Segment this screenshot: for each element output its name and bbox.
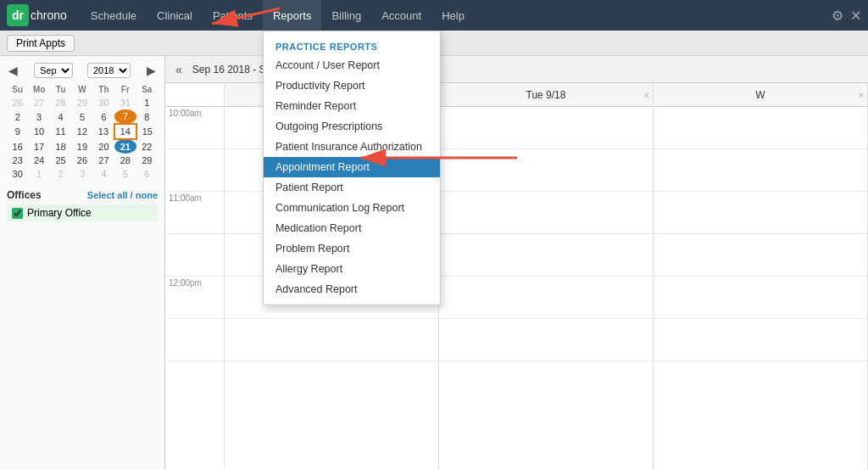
cal-day-2-other[interactable]: 2 [50, 167, 71, 181]
dropdown-item-productivity-report[interactable]: Productivity Report [264, 76, 440, 96]
cal-day-header-th: Th [93, 83, 114, 96]
cal-prev[interactable]: ◀ [7, 64, 19, 77]
cal-day-3-other[interactable]: 3 [71, 167, 92, 181]
cal-day-25[interactable]: 25 [50, 154, 71, 167]
cal-day-header-w: W [71, 83, 92, 96]
cal-day-14[interactable]: 14 [114, 124, 136, 139]
close-icon[interactable]: ✕ [850, 8, 861, 24]
day-cell-2-3 [654, 234, 867, 277]
offices-links[interactable]: Select all / none [87, 190, 158, 200]
cal-day-1-other[interactable]: 1 [28, 167, 49, 181]
cal-day-4[interactable]: 4 [50, 109, 71, 124]
nav-help[interactable]: Help [431, 0, 475, 31]
print-appts-button[interactable]: Print Appts [7, 35, 75, 52]
cal-day-26[interactable]: 26 [71, 154, 92, 167]
cal-day-20[interactable]: 20 [93, 139, 114, 154]
nav-patients[interactable]: Patients [203, 0, 263, 31]
day-cell-1-4 [439, 277, 653, 319]
cal-day-27[interactable]: 27 [93, 154, 114, 167]
cal-main-prev[interactable]: « [175, 63, 182, 76]
offices-header: Offices Select all / none [7, 189, 158, 201]
dropdown-item-medication-report[interactable]: Medication Report [264, 218, 440, 238]
top-nav: dr chrono Schedule Clinical Patients Rep… [0, 0, 868, 31]
cal-day-3[interactable]: 3 [28, 109, 49, 124]
cal-day-26-other[interactable]: 26 [7, 96, 28, 109]
cal-day-1[interactable]: 1 [136, 96, 158, 109]
nav-account[interactable]: Account [371, 0, 431, 31]
cal-day-17[interactable]: 17 [28, 139, 49, 154]
day-col-header-1: Tue 9/18× [439, 83, 653, 107]
calendar-header: ◀ Sep 2018 ▶ [7, 63, 158, 78]
cal-day-5[interactable]: 5 [71, 109, 92, 124]
office-primary-label: Primary Office [27, 207, 92, 219]
cal-day-11[interactable]: 11 [50, 124, 71, 139]
cal-day-15[interactable]: 15 [136, 124, 158, 139]
cal-day-13[interactable]: 13 [93, 124, 114, 139]
day-cell-1-5 [439, 319, 653, 361]
day-cell-2-1 [654, 149, 867, 192]
cal-day-27-other[interactable]: 27 [28, 96, 49, 109]
time-slot-12pm: 12:00pm [165, 277, 224, 319]
day-cell-0-5 [225, 319, 438, 361]
cal-day-header-tu: Tu [50, 83, 71, 96]
dropdown-item-patient-report[interactable]: Patient Report [264, 177, 440, 198]
cal-day-header-su: Su [7, 83, 28, 96]
cal-day-22[interactable]: 22 [136, 139, 158, 154]
cal-day-6-other[interactable]: 6 [136, 167, 158, 181]
dropdown-item-reminder-report[interactable]: Reminder Report [264, 96, 440, 116]
time-slot-11am: 11:00am [165, 192, 224, 234]
office-primary-checkbox[interactable] [12, 208, 23, 219]
cal-day-8[interactable]: 8 [136, 109, 158, 124]
cal-day-30-other[interactable]: 30 [93, 96, 114, 109]
cal-day-2[interactable]: 2 [7, 109, 28, 124]
day-cell-2-0 [654, 107, 867, 149]
cal-day-5-other[interactable]: 5 [114, 167, 136, 181]
nav-reports[interactable]: Reports PRACTICE REPORTS Account / User … [263, 0, 322, 31]
cal-day-header-sa: Sa [136, 83, 158, 96]
day-col-header-2: W× [654, 83, 867, 107]
day-cell-1-1 [439, 149, 653, 192]
reports-dropdown: PRACTICE REPORTS Account / User ReportPr… [263, 31, 441, 305]
cal-day-29-other[interactable]: 29 [71, 96, 92, 109]
dropdown-item-allergy-report[interactable]: Allergy Report [264, 259, 440, 279]
cal-day-9[interactable]: 9 [7, 124, 28, 139]
dropdown-item-advanced-report[interactable]: Advanced Report [264, 279, 440, 299]
cal-day-4-other[interactable]: 4 [93, 167, 114, 181]
cal-day-31-other[interactable]: 31 [114, 96, 136, 109]
nav-billing[interactable]: Billing [321, 0, 371, 31]
cal-day-28-other[interactable]: 28 [50, 96, 71, 109]
nav-clinical[interactable]: Clinical [147, 0, 203, 31]
dropdown-item-patient-insurance-authorization[interactable]: Patient Insurance Authorization [264, 137, 440, 157]
time-slot-empty3 [165, 319, 224, 361]
day-cell-2-2 [654, 192, 867, 234]
cal-day-28[interactable]: 28 [114, 154, 136, 167]
office-primary[interactable]: Primary Office [7, 204, 158, 221]
cal-day-29[interactable]: 29 [136, 154, 158, 167]
dropdown-item-communication-log-report[interactable]: Communication Log Report [264, 198, 440, 218]
cal-day-10[interactable]: 10 [28, 124, 49, 139]
cal-month-select[interactable]: Sep [34, 63, 73, 78]
cal-day-12[interactable]: 12 [71, 124, 92, 139]
time-slot-10am: 10:00am [165, 107, 224, 149]
dropdown-item-account-user-report[interactable]: Account / User Report [264, 55, 440, 76]
cal-day-7[interactable]: 7 [114, 109, 136, 124]
cal-day-18[interactable]: 18 [50, 139, 71, 154]
cal-day-16[interactable]: 16 [7, 139, 28, 154]
filter-icon[interactable]: ⚙ [832, 8, 843, 24]
cal-year-select[interactable]: 2018 [87, 63, 131, 78]
cal-day-24[interactable]: 24 [28, 154, 49, 167]
nav-schedule[interactable]: Schedule [81, 0, 147, 31]
day-cell-1-0 [439, 107, 653, 149]
dropdown-item-outgoing-prescriptions[interactable]: Outgoing Prescriptions [264, 116, 440, 137]
day-col-close-1[interactable]: × [644, 90, 649, 100]
day-col-close-2[interactable]: × [859, 90, 864, 100]
cal-day-21[interactable]: 21 [114, 139, 136, 154]
dropdown-item-appointment-report[interactable]: Appointment Report [264, 157, 440, 177]
cal-next[interactable]: ▶ [145, 64, 158, 77]
cal-day-6[interactable]: 6 [93, 109, 114, 124]
day-cell-1-3 [439, 234, 653, 277]
dropdown-item-problem-report[interactable]: Problem Report [264, 238, 440, 259]
cal-day-19[interactable]: 19 [71, 139, 92, 154]
cal-day-30[interactable]: 30 [7, 167, 28, 181]
cal-day-23[interactable]: 23 [7, 154, 28, 167]
